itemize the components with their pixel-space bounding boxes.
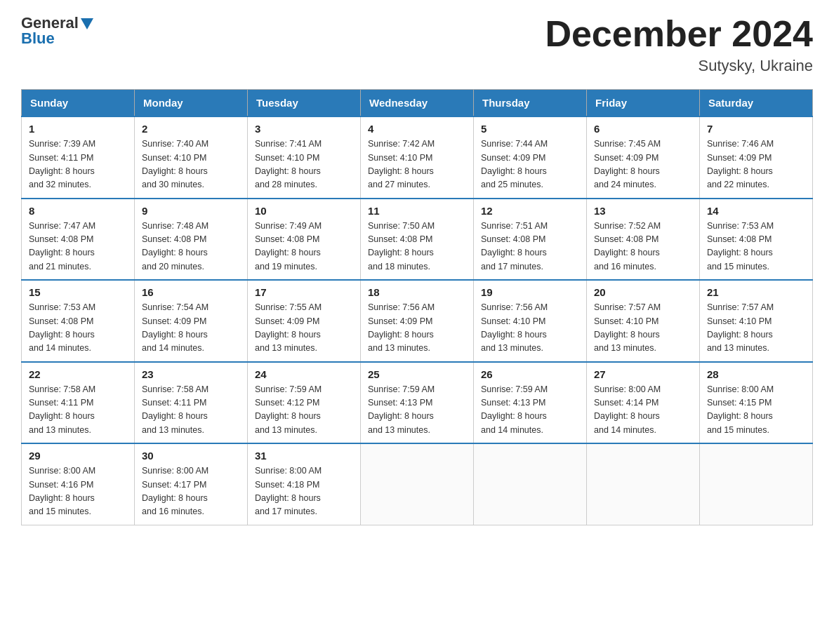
calendar-week-row: 29Sunrise: 8:00 AMSunset: 4:16 PMDayligh… bbox=[22, 443, 813, 525]
calendar-week-row: 15Sunrise: 7:53 AMSunset: 4:08 PMDayligh… bbox=[22, 280, 813, 362]
calendar-cell: 7Sunrise: 7:46 AMSunset: 4:09 PMDaylight… bbox=[700, 116, 813, 199]
day-number: 19 bbox=[481, 286, 579, 298]
day-number: 8 bbox=[29, 205, 127, 217]
day-info: Sunrise: 7:57 AMSunset: 4:10 PMDaylight:… bbox=[594, 301, 692, 356]
calendar-table: SundayMondayTuesdayWednesdayThursdayFrid… bbox=[21, 89, 813, 525]
weekday-header-tuesday: Tuesday bbox=[248, 90, 361, 117]
day-info: Sunrise: 7:58 AMSunset: 4:11 PMDaylight:… bbox=[29, 383, 127, 438]
calendar-cell: 16Sunrise: 7:54 AMSunset: 4:09 PMDayligh… bbox=[135, 280, 248, 362]
calendar-cell bbox=[587, 443, 700, 525]
calendar-cell: 10Sunrise: 7:49 AMSunset: 4:08 PMDayligh… bbox=[248, 199, 361, 281]
calendar-cell: 14Sunrise: 7:53 AMSunset: 4:08 PMDayligh… bbox=[700, 199, 813, 281]
calendar-week-row: 22Sunrise: 7:58 AMSunset: 4:11 PMDayligh… bbox=[22, 362, 813, 444]
day-number: 30 bbox=[142, 450, 240, 462]
calendar-cell: 31Sunrise: 8:00 AMSunset: 4:18 PMDayligh… bbox=[248, 443, 361, 525]
calendar-cell: 11Sunrise: 7:50 AMSunset: 4:08 PMDayligh… bbox=[361, 199, 474, 281]
weekday-header-saturday: Saturday bbox=[700, 90, 813, 117]
day-number: 14 bbox=[707, 205, 805, 217]
calendar-cell: 8Sunrise: 7:47 AMSunset: 4:08 PMDaylight… bbox=[22, 199, 135, 281]
calendar-cell: 18Sunrise: 7:56 AMSunset: 4:09 PMDayligh… bbox=[361, 280, 474, 362]
calendar-cell: 23Sunrise: 7:58 AMSunset: 4:11 PMDayligh… bbox=[135, 362, 248, 444]
day-number: 28 bbox=[707, 368, 805, 380]
day-info: Sunrise: 7:52 AMSunset: 4:08 PMDaylight:… bbox=[594, 220, 692, 274]
day-number: 22 bbox=[29, 368, 127, 380]
day-info: Sunrise: 7:40 AMSunset: 4:10 PMDaylight:… bbox=[142, 137, 240, 192]
day-number: 16 bbox=[142, 286, 240, 298]
day-number: 23 bbox=[142, 368, 240, 380]
calendar-cell: 19Sunrise: 7:56 AMSunset: 4:10 PMDayligh… bbox=[474, 280, 587, 362]
weekday-header-row: SundayMondayTuesdayWednesdayThursdayFrid… bbox=[22, 90, 813, 117]
day-info: Sunrise: 7:56 AMSunset: 4:10 PMDaylight:… bbox=[481, 301, 579, 356]
page-subtitle: Sutysky, Ukraine bbox=[545, 57, 813, 75]
day-number: 25 bbox=[368, 368, 466, 380]
calendar-body: 1Sunrise: 7:39 AMSunset: 4:11 PMDaylight… bbox=[22, 116, 813, 525]
calendar-cell bbox=[700, 443, 813, 525]
day-number: 26 bbox=[481, 368, 579, 380]
day-info: Sunrise: 7:39 AMSunset: 4:11 PMDaylight:… bbox=[29, 137, 127, 192]
calendar-week-row: 1Sunrise: 7:39 AMSunset: 4:11 PMDaylight… bbox=[22, 116, 813, 199]
day-info: Sunrise: 7:53 AMSunset: 4:08 PMDaylight:… bbox=[29, 301, 127, 356]
day-number: 6 bbox=[594, 123, 692, 135]
calendar-cell: 24Sunrise: 7:59 AMSunset: 4:12 PMDayligh… bbox=[248, 362, 361, 444]
calendar-cell: 26Sunrise: 7:59 AMSunset: 4:13 PMDayligh… bbox=[474, 362, 587, 444]
calendar-cell: 20Sunrise: 7:57 AMSunset: 4:10 PMDayligh… bbox=[587, 280, 700, 362]
day-info: Sunrise: 7:59 AMSunset: 4:13 PMDaylight:… bbox=[368, 383, 466, 438]
day-number: 15 bbox=[29, 286, 127, 298]
day-info: Sunrise: 7:51 AMSunset: 4:08 PMDaylight:… bbox=[481, 220, 579, 274]
weekday-header-wednesday: Wednesday bbox=[361, 90, 474, 117]
logo-blue-text: Blue bbox=[21, 29, 55, 48]
day-number: 7 bbox=[707, 123, 805, 135]
day-info: Sunrise: 7:55 AMSunset: 4:09 PMDaylight:… bbox=[255, 301, 353, 356]
day-info: Sunrise: 7:47 AMSunset: 4:08 PMDaylight:… bbox=[29, 220, 127, 274]
calendar-cell: 3Sunrise: 7:41 AMSunset: 4:10 PMDaylight… bbox=[248, 116, 361, 199]
day-info: Sunrise: 8:00 AMSunset: 4:15 PMDaylight:… bbox=[707, 383, 805, 438]
day-info: Sunrise: 7:50 AMSunset: 4:08 PMDaylight:… bbox=[368, 220, 466, 274]
calendar-cell: 6Sunrise: 7:45 AMSunset: 4:09 PMDaylight… bbox=[587, 116, 700, 199]
day-number: 1 bbox=[29, 123, 127, 135]
day-info: Sunrise: 7:48 AMSunset: 4:08 PMDaylight:… bbox=[142, 220, 240, 274]
calendar-cell: 12Sunrise: 7:51 AMSunset: 4:08 PMDayligh… bbox=[474, 199, 587, 281]
weekday-header-sunday: Sunday bbox=[22, 90, 135, 117]
calendar-cell bbox=[361, 443, 474, 525]
calendar-cell: 1Sunrise: 7:39 AMSunset: 4:11 PMDaylight… bbox=[22, 116, 135, 199]
calendar-cell: 2Sunrise: 7:40 AMSunset: 4:10 PMDaylight… bbox=[135, 116, 248, 199]
calendar-cell: 28Sunrise: 8:00 AMSunset: 4:15 PMDayligh… bbox=[700, 362, 813, 444]
day-info: Sunrise: 7:42 AMSunset: 4:10 PMDaylight:… bbox=[368, 137, 466, 192]
day-number: 24 bbox=[255, 368, 353, 380]
page-header: General Blue December 2024 Sutysky, Ukra… bbox=[21, 14, 813, 75]
day-info: Sunrise: 8:00 AMSunset: 4:14 PMDaylight:… bbox=[594, 383, 692, 438]
calendar-cell: 17Sunrise: 7:55 AMSunset: 4:09 PMDayligh… bbox=[248, 280, 361, 362]
day-info: Sunrise: 8:00 AMSunset: 4:18 PMDaylight:… bbox=[255, 464, 353, 519]
calendar-cell: 22Sunrise: 7:58 AMSunset: 4:11 PMDayligh… bbox=[22, 362, 135, 444]
calendar-cell: 9Sunrise: 7:48 AMSunset: 4:08 PMDaylight… bbox=[135, 199, 248, 281]
day-number: 21 bbox=[707, 286, 805, 298]
day-number: 3 bbox=[255, 123, 353, 135]
weekday-header-monday: Monday bbox=[135, 90, 248, 117]
day-number: 13 bbox=[594, 205, 692, 217]
day-info: Sunrise: 7:53 AMSunset: 4:08 PMDaylight:… bbox=[707, 220, 805, 274]
day-info: Sunrise: 8:00 AMSunset: 4:17 PMDaylight:… bbox=[142, 464, 240, 519]
calendar-cell: 27Sunrise: 8:00 AMSunset: 4:14 PMDayligh… bbox=[587, 362, 700, 444]
day-number: 9 bbox=[142, 205, 240, 217]
page-title: December 2024 bbox=[545, 14, 813, 54]
day-number: 31 bbox=[255, 450, 353, 462]
calendar-cell: 4Sunrise: 7:42 AMSunset: 4:10 PMDaylight… bbox=[361, 116, 474, 199]
day-number: 20 bbox=[594, 286, 692, 298]
calendar-cell: 5Sunrise: 7:44 AMSunset: 4:09 PMDaylight… bbox=[474, 116, 587, 199]
calendar-cell: 13Sunrise: 7:52 AMSunset: 4:08 PMDayligh… bbox=[587, 199, 700, 281]
day-number: 5 bbox=[481, 123, 579, 135]
day-info: Sunrise: 7:59 AMSunset: 4:12 PMDaylight:… bbox=[255, 383, 353, 438]
day-number: 4 bbox=[368, 123, 466, 135]
calendar-week-row: 8Sunrise: 7:47 AMSunset: 4:08 PMDaylight… bbox=[22, 199, 813, 281]
svg-marker-0 bbox=[81, 18, 93, 29]
day-info: Sunrise: 7:57 AMSunset: 4:10 PMDaylight:… bbox=[707, 301, 805, 356]
calendar-header: SundayMondayTuesdayWednesdayThursdayFrid… bbox=[22, 90, 813, 117]
day-number: 17 bbox=[255, 286, 353, 298]
logo-triangle-icon bbox=[81, 18, 93, 29]
logo: General Blue bbox=[21, 14, 93, 48]
day-number: 12 bbox=[481, 205, 579, 217]
day-number: 11 bbox=[368, 205, 466, 217]
day-info: Sunrise: 7:54 AMSunset: 4:09 PMDaylight:… bbox=[142, 301, 240, 356]
day-info: Sunrise: 7:49 AMSunset: 4:08 PMDaylight:… bbox=[255, 220, 353, 274]
weekday-header-thursday: Thursday bbox=[474, 90, 587, 117]
